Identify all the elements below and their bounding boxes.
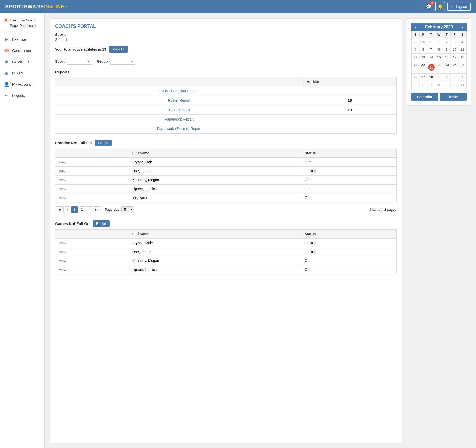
calendar-cell[interactable]: 8 <box>435 46 443 53</box>
view-link[interactable]: View <box>59 187 66 191</box>
sidebar-item-label: Concussion <box>12 49 31 53</box>
notifications-button[interactable]: 🔔 <box>435 2 445 11</box>
report-link[interactable]: Paperwork (Expired) Report <box>157 127 201 131</box>
calendar-cell[interactable]: 21 <box>427 61 436 73</box>
athlete-name-cell: Bryant, Katie <box>129 239 301 247</box>
table-row: Paperwork (Expired) Report <box>55 124 397 134</box>
sidebar-item-concussion[interactable]: 🧠 Concussion <box>0 45 44 56</box>
calendar-cell[interactable]: 24 <box>451 61 459 73</box>
calendar-next-button[interactable]: › <box>461 25 464 29</box>
report-link[interactable]: Travel Report <box>168 108 190 112</box>
calendar-cell[interactable]: 7 <box>427 81 435 89</box>
calendar-cell[interactable]: 3 <box>451 38 459 46</box>
last-page-button[interactable]: ⏭ <box>93 206 101 213</box>
logo: SPORTSWARE ONLINE ™ <box>5 4 67 10</box>
calendar-cell[interactable]: 9 <box>443 46 451 53</box>
calendar-cell[interactable]: 20 <box>419 61 427 73</box>
sidebar-item-label: PHQ-9 <box>12 71 23 75</box>
calendar-cell[interactable]: 1 <box>435 74 443 81</box>
reports-title: Reports <box>55 70 397 74</box>
calendar-cell[interactable]: 4 <box>458 38 466 46</box>
view-link[interactable]: View <box>59 169 66 173</box>
calendar-cell[interactable]: 19 <box>412 61 419 73</box>
athlete-status-cell: Out <box>301 176 396 185</box>
calendar-cell[interactable]: 28 <box>427 74 435 81</box>
calendar-cell[interactable]: 27 <box>420 74 428 81</box>
page-2-button[interactable]: 2 <box>79 206 85 213</box>
view-link[interactable]: View <box>59 160 66 164</box>
calendar-cell[interactable]: 1 <box>435 38 443 46</box>
calendar-cell[interactable]: 15 <box>435 54 443 61</box>
calendar-cell[interactable]: 13 <box>420 54 428 61</box>
calendar-cell[interactable]: 23 <box>444 61 451 73</box>
calendar-cell[interactable]: 25 <box>459 61 466 73</box>
messages-button[interactable]: 💬 3 <box>424 2 433 11</box>
practice-table: Full Name Status View Bryant, Katie Out … <box>55 149 397 202</box>
sidebar-item-exercise[interactable]: ⊞ Exercise <box>0 34 44 45</box>
calendar-cell[interactable]: 10 <box>451 81 459 89</box>
calendar-cell[interactable]: 3 <box>451 74 459 81</box>
calendar-cell[interactable]: 16 <box>443 54 451 61</box>
calendar-cell[interactable]: 4 <box>458 74 466 81</box>
view-link-cell: View <box>55 265 129 274</box>
group-filter-select[interactable] <box>110 58 135 65</box>
report-link[interactable]: Roster Report <box>168 98 190 102</box>
view-link[interactable]: View <box>59 241 66 245</box>
first-page-button[interactable]: ⏮ <box>56 206 64 213</box>
filters-row: Sport Group <box>55 58 397 65</box>
calendar-cell[interactable]: 2 <box>443 74 451 81</box>
view-link[interactable]: View <box>59 268 66 272</box>
calendar-cell[interactable]: 26 <box>412 74 420 81</box>
calendar-cell[interactable]: 2 <box>443 38 451 46</box>
calendar-cell[interactable]: 8 <box>435 81 443 89</box>
calendar-cell[interactable]: 11 <box>458 81 466 89</box>
tasks-button[interactable]: Tasks <box>440 93 467 101</box>
calendar-cell[interactable]: 18 <box>458 54 466 61</box>
practice-report-button[interactable]: Report <box>95 140 112 146</box>
table-row: Roster Report 13 <box>55 96 397 105</box>
calendar-cell[interactable]: 7 <box>427 46 435 53</box>
view-link[interactable]: View <box>59 259 66 263</box>
sidebar-item-phq9[interactable]: ◉ PHQ-9 <box>0 68 44 79</box>
athlete-name-cell: Kennedy, Megan <box>129 176 301 185</box>
view-link[interactable]: View <box>59 178 66 182</box>
page-size-select[interactable]: 5 10 <box>121 206 134 213</box>
calendar-cell[interactable]: 29 <box>412 38 420 46</box>
close-icon[interactable]: ✕ <box>4 18 8 23</box>
sidebar-item-myaccount[interactable]: 👤 My Account... <box>0 79 44 90</box>
report-link-cell: Travel Report <box>55 105 303 115</box>
calendar-cell[interactable]: 5 <box>412 46 420 53</box>
next-page-button[interactable]: › <box>86 206 92 213</box>
page-1-button[interactable]: 1 <box>71 206 78 213</box>
report-link[interactable]: Paperwork Report <box>165 117 194 121</box>
calendar-cell[interactable]: 22 <box>436 61 444 73</box>
calendar-cell[interactable]: 10 <box>451 46 459 53</box>
logout-button[interactable]: ↩ Logout <box>447 3 471 11</box>
calendar-cell[interactable]: 14 <box>427 54 435 61</box>
prev-page-button[interactable]: ‹ <box>65 206 70 213</box>
calendar-cell[interactable]: 31 <box>427 38 435 46</box>
sidebar-item-logout[interactable]: ↩ Logout... <box>0 90 44 101</box>
calendar-cell[interactable]: 6 <box>420 46 428 53</box>
report-link[interactable]: COVID CheckIn Report <box>160 89 198 93</box>
calendar-cell[interactable]: 17 <box>451 54 459 61</box>
calendar-cell[interactable]: 6 <box>420 81 428 89</box>
calendar-cell[interactable]: 30 <box>420 38 428 46</box>
calendar-week: 12131415161718 <box>412 53 466 61</box>
view-link[interactable]: View <box>59 250 66 254</box>
calendar-cell[interactable]: 5 <box>412 81 420 89</box>
calendar-button[interactable]: Calendar <box>411 93 438 101</box>
logout-sidebar-icon: ↩ <box>4 93 10 99</box>
calendar-week: 19202122232425 <box>412 61 466 73</box>
calendar-cell[interactable]: 11 <box>458 46 466 53</box>
header-actions: 💬 3 🔔 ↩ Logout <box>424 2 471 11</box>
view-all-button[interactable]: View All <box>109 46 128 53</box>
games-report-button[interactable]: Report <box>93 220 110 227</box>
main-layout: ✕ User: Lisa Coach Page: Dashboard ⊞ Exe… <box>0 13 476 448</box>
calendar-cell[interactable]: 12 <box>412 54 420 61</box>
view-link[interactable]: View <box>59 196 66 200</box>
calendar-prev-button[interactable]: ‹ <box>414 25 417 29</box>
calendar-cell[interactable]: 9 <box>443 81 451 89</box>
sidebar-item-covid19[interactable]: ✱ COVID-19 <box>0 56 44 68</box>
sport-filter-select[interactable] <box>67 58 92 65</box>
